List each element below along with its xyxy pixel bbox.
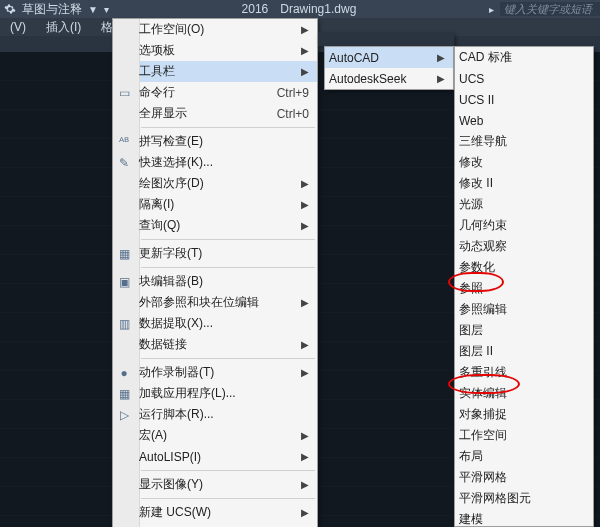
menu-item-label: 加载应用程序(L)... (139, 385, 309, 402)
submenu-arrow-icon: ▶ (301, 339, 309, 350)
menu-item-label: 隔离(I) (139, 196, 291, 213)
menu-item-label: 参数化 (459, 259, 585, 276)
menu-item-label: 动态观察 (459, 238, 585, 255)
chevron-right-icon: ▸ (489, 4, 494, 15)
submenu-arrow-icon: ▶ (301, 66, 309, 77)
submenu-arrow-icon: ▶ (301, 45, 309, 56)
menu-item-label: 参照编辑 (459, 301, 585, 318)
menu-item[interactable]: 对象捕捉 (455, 404, 593, 425)
menu-item[interactable]: 外部参照和块在位编辑▶ (113, 292, 317, 313)
submenu-arrow-icon: ▶ (301, 199, 309, 210)
title-bar: 草图与注释 ▼ ▾ 2016 Drawing1.dwg ▸ 键入关键字或短语 (0, 0, 600, 18)
menu-item[interactable]: ▥数据提取(X)... (113, 313, 317, 334)
menu-item[interactable]: 实体编辑 (455, 383, 593, 404)
menu-item[interactable]: 参数化 (455, 257, 593, 278)
menu-item[interactable]: 几何约束 (455, 215, 593, 236)
chevron-down-icon[interactable]: ▼ (88, 4, 98, 15)
menu-item[interactable]: AutoCAD▶ (325, 47, 453, 68)
menu-item[interactable]: 平滑网格图元 (455, 488, 593, 509)
menu-item[interactable]: 图层 (455, 320, 593, 341)
menu-item-icon: ● (113, 366, 135, 380)
menu-item-icon: ▥ (113, 317, 135, 331)
menu-item[interactable]: AutodeskSeek▶ (325, 68, 453, 89)
menu-item[interactable]: 布局 (455, 446, 593, 467)
menu-item[interactable]: 新建 UCS(W)▶ (113, 502, 317, 523)
menu-item[interactable]: UCS II (455, 89, 593, 110)
menu-item[interactable]: ▭命令行Ctrl+9 (113, 82, 317, 103)
menu-item[interactable]: 光源 (455, 194, 593, 215)
menu-item[interactable]: 选项板▶ (113, 40, 317, 61)
menu-item[interactable]: 显示图像(Y)▶ (113, 474, 317, 495)
menu-item[interactable]: 宏(A)▶ (113, 425, 317, 446)
menu-item[interactable]: 工作空间 (455, 425, 593, 446)
menu-item[interactable]: 隔离(I)▶ (113, 194, 317, 215)
menu-item[interactable]: 绘图次序(D)▶ (113, 173, 317, 194)
menu-item[interactable]: 工具栏▶ (113, 61, 317, 82)
menu-item[interactable]: 参照 (455, 278, 593, 299)
menu-item[interactable]: CAD 标准 (455, 47, 593, 68)
menu-item-label: 几何约束 (459, 217, 585, 234)
menu-item-icon: ▭ (113, 86, 135, 100)
menu-item[interactable]: ᴬᴮ拼写检查(E) (113, 131, 317, 152)
doc-name: Drawing1.dwg (280, 2, 356, 16)
menu-item-label: AutoLISP(I) (139, 450, 291, 464)
menu-item-label: 图层 (459, 322, 585, 339)
menu-item[interactable]: AutoLISP(I)▶ (113, 446, 317, 467)
submenu-arrow-icon: ▶ (301, 430, 309, 441)
submenu-arrow-icon: ▶ (301, 479, 309, 490)
menu-item[interactable]: ✎快速选择(K)... (113, 152, 317, 173)
menu-item[interactable]: 平滑网格 (455, 467, 593, 488)
menu-item-icon: ᴬᴮ (113, 135, 135, 149)
menu-item[interactable]: Web (455, 110, 593, 131)
menu-item[interactable]: 建模 (455, 509, 593, 527)
menu-item[interactable]: ▣块编辑器(B) (113, 271, 317, 292)
menu-item[interactable]: ▦更新字段(T) (113, 243, 317, 264)
submenu-arrow-icon: ▶ (437, 52, 445, 63)
menu-item-icon: ▦ (113, 387, 135, 401)
menu-item[interactable]: ◩命名 UCS(U)... (113, 523, 317, 527)
menu-item[interactable]: 修改 II (455, 173, 593, 194)
menu-item[interactable]: 动态观察 (455, 236, 593, 257)
submenu-arrow-icon: ▶ (301, 507, 309, 518)
menu-item[interactable]: ▦加载应用程序(L)... (113, 383, 317, 404)
menu-item[interactable]: 全屏显示Ctrl+0 (113, 103, 317, 124)
menu-item[interactable]: ▷运行脚本(R)... (113, 404, 317, 425)
menu-item-label: 修改 (459, 154, 585, 171)
menu-item[interactable]: 工作空间(O)▶ (113, 19, 317, 40)
menu-strip (318, 32, 454, 46)
menu-item[interactable]: 数据链接▶ (113, 334, 317, 355)
menu-item[interactable]: 查询(Q)▶ (113, 215, 317, 236)
menu-item-label: 修改 II (459, 175, 585, 192)
menu-item[interactable]: 图层 II (455, 341, 593, 362)
menu-item-label: 宏(A) (139, 427, 291, 444)
menu-item-label: 工作空间(O) (139, 21, 291, 38)
menu-item-insert[interactable]: 插入(I) (36, 19, 91, 36)
submenu-arrow-icon: ▶ (301, 451, 309, 462)
menu-item-label: 三维导航 (459, 133, 585, 150)
menu-item-label: UCS II (459, 93, 585, 107)
menu-item[interactable]: 参照编辑 (455, 299, 593, 320)
search-input[interactable]: 键入关键字或短语 (500, 2, 600, 16)
menu-item[interactable]: UCS (455, 68, 593, 89)
menu-item-label: 平滑网格 (459, 469, 585, 486)
menu-item-label: 绘图次序(D) (139, 175, 291, 192)
menu-item-label: 选项板 (139, 42, 291, 59)
menu-item-label: 拼写检查(E) (139, 133, 309, 150)
menu-item-label: 工作空间 (459, 427, 585, 444)
menu-item[interactable]: 三维导航 (455, 131, 593, 152)
menu-item-label: 工具栏 (139, 63, 291, 80)
gear-icon[interactable] (4, 3, 16, 15)
menu-separator (141, 498, 315, 499)
menu-item[interactable]: (V) (0, 20, 36, 34)
menu-item-label: 平滑网格图元 (459, 490, 585, 507)
menu-item-label: CAD 标准 (459, 49, 585, 66)
menu-item-label: UCS (459, 72, 585, 86)
submenu-arrow-icon: ▶ (437, 73, 445, 84)
menu-item[interactable]: 修改 (455, 152, 593, 173)
menu-item[interactable]: ●动作录制器(T)▶ (113, 362, 317, 383)
menu-item-icon: ✎ (113, 156, 135, 170)
menu-item-label: 命令行 (139, 84, 253, 101)
menu-item-label: 全屏显示 (139, 105, 253, 122)
menu-item[interactable]: 多重引线 (455, 362, 593, 383)
workspace-caption[interactable]: 草图与注释 (22, 1, 82, 18)
